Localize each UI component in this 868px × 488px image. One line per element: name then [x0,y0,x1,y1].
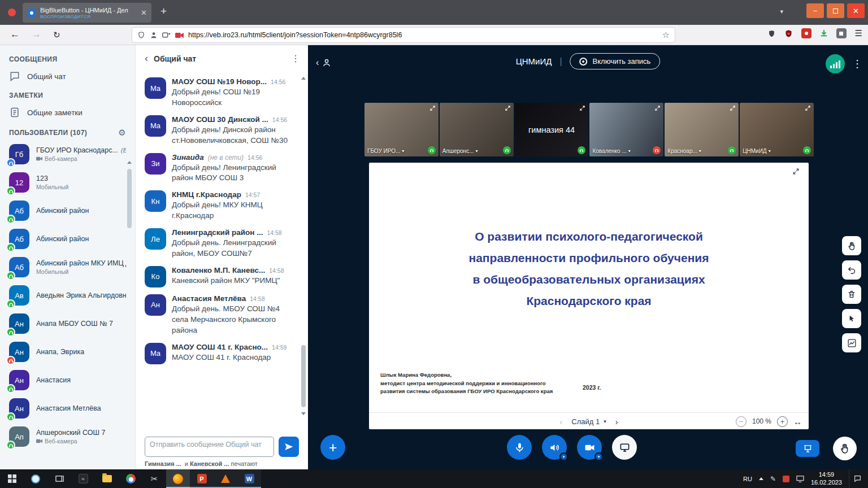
user-list-item[interactable]: Ан Анапа, Эврика [0,338,135,366]
user-list-item[interactable]: Гб ГБОУ ИРО Краснодарс... (Вы) [0,140,135,168]
sidebar-item-shared-notes[interactable]: Общие заметки [0,102,135,123]
tray-red-badge-icon[interactable] [783,476,789,482]
firefox-app-icon[interactable] [8,8,16,16]
clear-annotations-button[interactable] [842,285,861,304]
reload-button[interactable]: ↻ [53,30,60,40]
raise-hand-button[interactable] [833,437,857,460]
user-list-item[interactable]: Аб Абинский район МКУ ИМЦ Д... [0,253,135,281]
slide-selector[interactable]: Слайд 1 ▾ [571,417,606,426]
chrome-button[interactable] [119,469,142,488]
user-list-item[interactable]: Ан Анастасия [0,366,135,394]
search-button[interactable] [24,469,47,488]
task-view-button[interactable] [47,469,71,488]
bookmark-star-icon[interactable]: ☆ [662,30,670,40]
audio-options-chevron-icon[interactable]: ▾ [559,452,568,461]
window-maximize-button[interactable] [827,3,844,18]
video-label[interactable]: Красноар...▾ [667,148,701,154]
user-list-item[interactable]: Ан Анапа МБОУ СОШ № 7 [0,310,135,338]
tray-monitor-icon[interactable] [796,476,804,482]
file-explorer-button[interactable] [95,469,119,488]
word-button[interactable]: W [237,469,261,488]
previous-slide-button[interactable]: ‹ [559,417,562,426]
fullscreen-icon[interactable] [730,105,736,111]
browser-tab[interactable]: BigBlueButton - ЦНМиИД - Дел ВОСПРОИЗВОД… [23,3,151,23]
fullscreen-icon[interactable] [805,105,811,111]
zoom-out-button[interactable]: − [736,416,747,427]
chat-message-list[interactable]: Ма МАОУ СОШ №19 Новор... 14:56 Добрый де… [136,72,299,413]
webcam-button[interactable]: ▾ [577,435,602,460]
actions-plus-button[interactable]: + [320,435,345,460]
toggle-user-list-button[interactable]: ‹ [316,58,332,68]
video-tile[interactable]: ЦНМиИД ЦНМиИД▾ [740,103,814,156]
options-kebab-icon[interactable]: ⋮ [852,58,862,70]
sidebar-scrollbar[interactable] [127,161,132,467]
sidebar-item-public-chat[interactable]: Общий чат [0,66,135,87]
notification-center-button[interactable] [849,469,866,488]
powerpoint-button[interactable]: P [190,469,214,488]
microphone-button[interactable] [507,435,532,460]
chat-input[interactable] [145,437,274,457]
back-button[interactable]: ← [10,29,20,40]
url-bar[interactable]: https://veb.iro23.ru/html5client/join?se… [132,27,675,43]
presentation-area[interactable]: О развитии психолого-педагогическойнапра… [369,163,809,412]
manage-users-gear-icon[interactable]: ⚙ [118,128,126,138]
video-tile[interactable]: ГБОУ ИРО... ГБОУ ИРО...▾ [364,103,439,156]
permissions-icon[interactable] [162,32,171,38]
minimize-presentation-button[interactable] [796,440,819,457]
video-tile[interactable]: Апшеронс... Апшеронс...▾ [440,103,514,156]
window-close-button[interactable]: ✕ [847,3,865,18]
shield-extension-icon[interactable] [767,29,776,38]
cursor-tool-button[interactable] [842,309,861,328]
language-indicator[interactable]: RU [743,476,752,482]
chat-scrollbar[interactable] [301,77,306,415]
shapes-tool-button[interactable] [842,333,861,352]
connection-status-button[interactable] [826,54,845,73]
video-label[interactable]: Апшеронс...▾ [442,148,478,154]
url-text[interactable]: https://veb.iro23.ru/html5client/join?se… [188,31,658,39]
user-list-item[interactable]: Ан Анастасия Метлёва [0,394,135,422]
camera-in-use-icon[interactable] [175,32,184,38]
video-tile[interactable]: гимназия 44 гимназия 44▾ [515,103,589,156]
tab-close-icon[interactable]: ✕ [141,8,147,17]
user-list-item[interactable]: 12 123 [0,168,135,197]
webcam-options-chevron-icon[interactable]: ▾ [594,452,603,461]
fullscreen-icon[interactable] [505,105,511,111]
user-list-item[interactable]: Ав Аведьян Эрика Альгирдовна [0,281,135,310]
extensions-puzzle-icon[interactable] [836,28,847,38]
user-list-item[interactable]: Аб Абинский район [0,225,135,253]
video-label[interactable]: ГБОУ ИРО...▾ [367,148,404,154]
fullscreen-icon[interactable] [429,105,436,111]
video-tile[interactable]: Красноар... Красноар...▾ [665,103,739,156]
window-minimize-button[interactable]: – [806,3,824,18]
screenshare-button[interactable] [612,435,637,460]
presentation-fullscreen-icon[interactable] [792,168,800,175]
user-list-item[interactable]: Аб Абинский район [0,197,135,225]
fit-width-button[interactable]: ↔ [793,417,802,426]
user-list-item[interactable]: Ап Апшеронский СОШ 7 [0,422,135,451]
video-label[interactable]: Коваленко ...▾ [592,148,630,154]
menu-hamburger-icon[interactable]: ☰ [855,28,862,38]
taskbar-clock[interactable]: 14:59 16.02.2023 [811,471,842,486]
video-tile[interactable]: Коваленко ... Коваленко ...▾ [589,103,663,156]
forward-button[interactable]: → [32,29,41,40]
vlc-button[interactable] [214,469,237,488]
start-recording-button[interactable]: Включить запись [570,53,661,69]
zoom-in-button[interactable]: + [777,416,788,427]
downloader-extension-icon[interactable] [820,29,828,37]
send-message-button[interactable] [279,437,299,457]
tracking-shield-icon[interactable] [137,31,145,39]
password-extension-icon[interactable] [801,28,811,38]
list-tabs-chevron-icon[interactable]: ▾ [780,8,783,15]
next-slide-button[interactable]: › [615,417,618,426]
fullscreen-icon[interactable] [654,105,661,111]
snipping-tool-button[interactable]: ✂ [142,469,166,488]
profile-icon[interactable] [150,31,158,39]
audio-button[interactable]: ▾ [542,435,567,460]
taskbar-audio-app-button[interactable]: ≈ [71,469,95,488]
chat-options-kebab-icon[interactable]: ⋮ [291,53,300,64]
start-button[interactable] [0,469,24,488]
chat-back-chevron-icon[interactable]: ‹ [145,53,148,64]
undo-annotation-button[interactable] [842,260,861,280]
tray-chevron-icon[interactable] [759,477,763,480]
ublock-extension-icon[interactable]: u [784,29,793,38]
